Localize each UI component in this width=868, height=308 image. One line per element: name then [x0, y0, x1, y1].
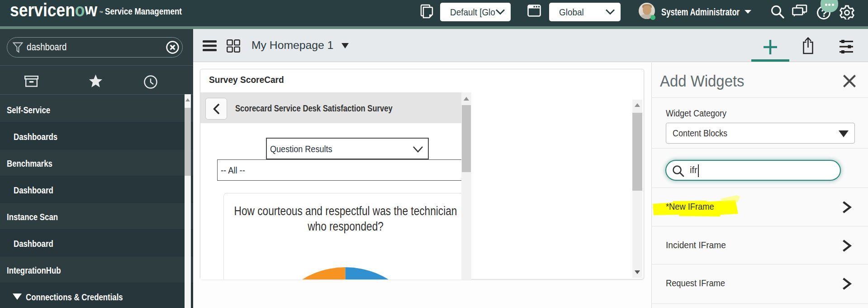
svg-text:servicenow: servicenow [10, 0, 98, 20]
svg-text:™: ™ [99, 10, 103, 15]
